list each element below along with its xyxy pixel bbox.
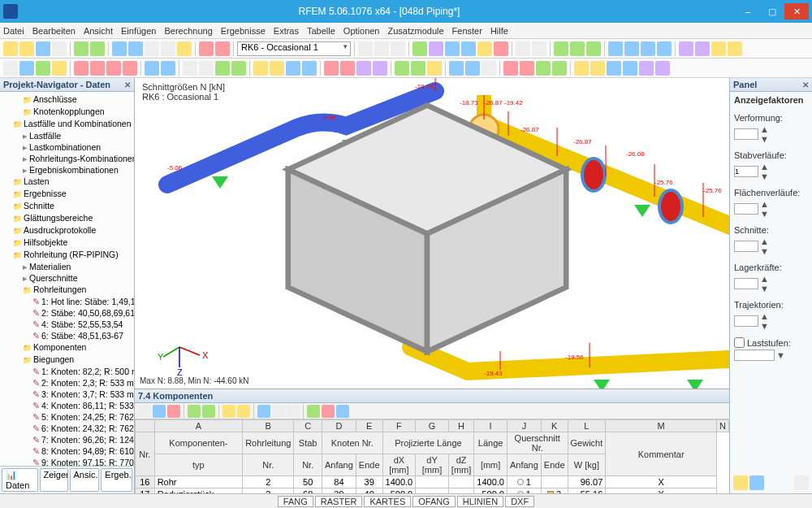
tree-item[interactable]: Querschnitte <box>0 272 134 284</box>
tool-icon-6[interactable] <box>199 41 214 56</box>
loadcase-combo[interactable]: RK6 - Occasional 1 <box>237 41 351 56</box>
zoom-out-icon[interactable] <box>570 41 585 56</box>
panel-btn-1[interactable] <box>733 475 748 490</box>
tree-item[interactable]: Rohrleitungen <box>0 284 134 296</box>
misc-icon-3[interactable] <box>711 41 726 56</box>
tree-item[interactable]: Lastfälle <box>0 130 134 141</box>
tree-item[interactable]: 2: Stäbe: 40,50,68,69,61,62 <box>0 307 134 319</box>
window-icon-1[interactable] <box>516 41 530 56</box>
view-x-icon[interactable] <box>624 41 639 56</box>
nav-tab[interactable]: Zeigen <box>40 468 68 492</box>
tree-item[interactable]: 3: Knoten: 3,7; R: 533 mm <box>0 389 134 400</box>
view-z-icon[interactable] <box>657 41 672 56</box>
surface-icon[interactable] <box>36 61 50 76</box>
menu-extras[interactable]: Extras <box>274 26 299 36</box>
table-excel-export-icon[interactable] <box>307 405 320 418</box>
zoom-in-icon[interactable] <box>554 41 568 56</box>
menu-datei[interactable]: Datei <box>3 26 24 36</box>
section-spinner[interactable]: ▲▼ <box>734 237 808 256</box>
tree-item[interactable]: Knotenkopplungen <box>0 106 134 118</box>
status-hlinien[interactable]: HLINIEN <box>457 496 503 507</box>
tool-icon-5[interactable] <box>177 41 192 56</box>
table-misc-3[interactable] <box>322 405 335 418</box>
load-icon-1[interactable] <box>74 61 89 76</box>
solid-icon[interactable] <box>52 61 67 76</box>
status-dxf[interactable]: DXF <box>505 496 534 507</box>
tool-icon-7[interactable] <box>215 41 230 56</box>
view-y-icon[interactable] <box>641 41 655 56</box>
status-raster[interactable]: RASTER <box>315 496 363 507</box>
table-sort-icon[interactable] <box>222 405 235 418</box>
laststufen-checkbox[interactable]: Laststufen: <box>734 337 808 348</box>
table-misc-1[interactable] <box>272 405 285 418</box>
open-icon[interactable] <box>19 41 34 56</box>
tool-icon-1[interactable] <box>112 41 127 56</box>
tree-item[interactable]: Schnitte <box>0 200 134 212</box>
member-icon[interactable] <box>19 61 34 76</box>
window-icon-2[interactable] <box>532 41 546 56</box>
menu-ergebnisse[interactable]: Ergebnisse <box>221 26 266 36</box>
table-misc-2[interactable] <box>287 405 300 418</box>
tree-item[interactable]: 4: Stäbe: 52,55,53,54 <box>0 319 134 330</box>
table-edit-icon[interactable] <box>153 405 166 418</box>
nav-tab[interactable]: Ansic... <box>70 468 100 492</box>
tree-item[interactable]: Lastfälle und Kombinationen <box>0 118 134 130</box>
nav-next-icon[interactable] <box>391 41 405 56</box>
tree-item[interactable]: Materialien <box>0 261 134 272</box>
tool-icon-4[interactable] <box>161 41 175 56</box>
new-icon[interactable] <box>3 41 18 56</box>
tree-item[interactable]: Lastkombinationen <box>0 141 134 153</box>
view-icon-2[interactable] <box>461 41 476 56</box>
minimize-button[interactable]: – <box>736 3 760 20</box>
tree-item[interactable]: Hilfsobjekte <box>0 237 134 249</box>
table-copy-icon[interactable] <box>188 405 201 418</box>
table-delete-icon[interactable] <box>167 405 180 418</box>
undo-icon[interactable] <box>74 41 89 56</box>
tree-item[interactable]: 1: Hot line: Stäbe: 1,49,14,.. <box>0 296 134 307</box>
tree-item[interactable]: Komponenten <box>0 341 134 354</box>
calc-icon[interactable] <box>412 41 427 56</box>
menu-berechnung[interactable]: Berechnung <box>164 26 212 36</box>
tool-icon-2[interactable] <box>128 41 143 56</box>
table-filter-icon[interactable] <box>237 405 250 418</box>
tree-item[interactable]: 2: Knoten: 2,3; R: 533 mm <box>0 377 134 389</box>
model-viewport[interactable]: Schnittgrößen N [kN] RK6 : Occasional 1 <box>135 78 729 389</box>
menu-optionen[interactable]: Optionen <box>343 26 380 36</box>
panel-btn-2[interactable] <box>749 475 764 490</box>
tree-item[interactable]: Biegungen <box>0 354 134 366</box>
table-excel-icon[interactable] <box>257 405 270 418</box>
tree-item[interactable]: 5: Knoten: 24,25; R: 762 m <box>0 411 134 423</box>
maximize-button[interactable]: ▢ <box>760 3 784 20</box>
tree-item[interactable]: Ausdruckprotokolle <box>0 224 134 237</box>
status-fang[interactable]: FANG <box>278 496 313 507</box>
redo-icon[interactable] <box>90 41 105 56</box>
menu-hilfe[interactable]: Hilfe <box>490 26 508 36</box>
view-icon-3[interactable] <box>477 41 492 56</box>
nav-tab[interactable]: 📊 Daten <box>2 468 38 492</box>
menu-tabelle[interactable]: Tabelle <box>307 26 335 36</box>
status-ofang[interactable]: OFANG <box>412 496 456 507</box>
nav-tab[interactable]: Ergeb... <box>101 468 132 492</box>
traj-spinner[interactable]: ▲▼ <box>734 311 808 331</box>
surface-res-spinner[interactable]: ▲▼ <box>734 199 808 219</box>
close-button[interactable]: ✕ <box>784 3 809 20</box>
menu-fenster[interactable]: Fenster <box>452 26 482 36</box>
tree-item[interactable]: Lasten <box>0 176 134 188</box>
tree-item[interactable]: Anschlüsse <box>0 93 134 106</box>
tree-item[interactable]: Rohrleitung (RF-PIPING) <box>0 249 134 261</box>
menu-bearbeiten[interactable]: Bearbeiten <box>32 26 76 36</box>
load-icon-3[interactable] <box>106 61 121 76</box>
nav-cube[interactable] <box>130 73 724 384</box>
nav-first-icon[interactable] <box>358 41 373 56</box>
tree-item[interactable]: Rohrleitungs-Kombinationen <box>0 153 134 164</box>
node-icon[interactable] <box>3 61 18 76</box>
tree-item[interactable]: 1: Knoten: 82,2; R: 500 mm <box>0 366 134 377</box>
view-icon-1[interactable] <box>445 41 460 56</box>
nav-prev-icon[interactable] <box>374 41 389 56</box>
panel-btn-3[interactable] <box>794 475 809 490</box>
tree-item[interactable]: 9: Knoten: 97,15; R: 770 m <box>0 457 134 466</box>
result-icon[interactable] <box>429 41 443 56</box>
print-icon[interactable] <box>52 41 67 56</box>
tree-item[interactable]: 6: Knoten: 24,32; R: 762 m <box>0 423 134 434</box>
tool-icon-3[interactable] <box>145 41 159 56</box>
